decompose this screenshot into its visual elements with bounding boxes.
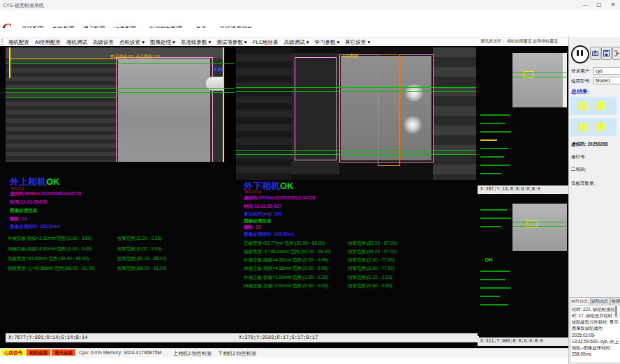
small-top-text-bar-5 (480, 148, 508, 149)
center-barcode-text: 虚拟码:0Ffiline2025020813134728 (244, 195, 315, 202)
small-bottom-photo (512, 204, 567, 251)
save-image-button[interactable] (601, 47, 612, 60)
left-alarm-3: 报警范围:(81.00 - 85.00) (117, 256, 166, 262)
small-bottom-text-bar-6 (480, 287, 511, 289)
center-measurement-2: 隔膜宽度-下=95.24mm 范围:(93.00 - 98.00) (244, 249, 331, 255)
virtual-code-label: 虚拟码: 20250208 (571, 142, 607, 148)
small-bottom-text-bar-1 (480, 209, 507, 211)
heartbeat-badge: 心跳信号 (1, 349, 25, 356)
small-top-coord-bar: X:267;Y:13;R:0;G:0;B:0 (478, 185, 570, 194)
tool-spot-check[interactable]: 点检设置 ▾ (117, 39, 147, 46)
center-machinery-right (433, 47, 476, 180)
model-field[interactable]: Model1 (593, 77, 620, 84)
small-top-camera-view[interactable] (478, 47, 567, 185)
total-result-label: 总结果: (571, 88, 590, 96)
camera-icon (592, 50, 598, 56)
tool-image-processing[interactable]: 图像处理 ▾ (147, 39, 178, 46)
tool-camera-debug[interactable]: 相机调试 (64, 39, 90, 46)
center-elapsed-text: 图像处理耗时: 143.00ms (244, 232, 294, 238)
left-camera-image[interactable]: 静态阈值:93, 动态阈值:100 2.88 (6, 47, 235, 162)
small-top-green-line-2 (512, 77, 567, 77)
left-green-line-3 (6, 92, 235, 93)
center-alarm-3: 报警范围:(2.00 - 77.00) (348, 257, 394, 264)
comm-send-zone-label: 通讯发送区： 相机拍照覆盖 故障停机覆盖 (480, 38, 567, 45)
menu-bar: C 系统配置 相机配置 通讯配置 IO手配置 ▾ 光源控制配置 ▾ 查看 ▾ 系… (0, 10, 620, 28)
login-user-label: 登录用户: (571, 68, 591, 75)
log-text-box[interactable]: 耗时: 222, 缺陷检测耗时: 17, 缺陷合并耗时: 0, 缺陷提取分区耗时… (570, 305, 620, 363)
left-yellow-hline (9, 59, 118, 59)
small-bottom-green-line-2 (512, 226, 567, 227)
left-coord-bar: X:7677;Y:891;R:14;G:14;B:14 (6, 333, 237, 342)
log-scrollbar[interactable] (615, 306, 617, 316)
logout-button[interactable] (612, 47, 620, 60)
center-alarm-6: 报警范围:(0.60 - 4.00) (348, 283, 392, 289)
left-right-black (223, 47, 235, 162)
center-alarm-2: 报警范围:(94.00 - 97.00) (348, 249, 397, 255)
small-top-white-edge (563, 53, 567, 107)
small-bottom-text-bar-3 (480, 226, 501, 227)
center-alarm-5: 报警范围:(1.10 - 2.10) (348, 275, 392, 281)
small-bottom-text-bar-7 (480, 296, 500, 297)
center-measurement-1: 正极宽度=83.77mm 范围:(82.00 - 88.00) (244, 241, 325, 247)
small-bottom-text-bar-4 (480, 271, 510, 272)
tool-ai-config[interactable]: AI使用配置 (32, 39, 64, 46)
small-top-green-line-1 (512, 73, 567, 73)
center-camera-image[interactable]: AI拉码数 (236, 47, 476, 180)
title-bar: CYS-视觉检测系统 — ▢ ✕ (0, 0, 620, 10)
tool-advanced-settings[interactable]: 高级设置 (90, 39, 117, 46)
capture-image-button[interactable] (590, 47, 600, 60)
login-user-field[interactable]: cys (593, 67, 620, 75)
left-alarm-1: 报警范围:(2.20 - 3.20) (117, 236, 161, 242)
left-camera-name: 外上相机 (10, 176, 46, 187)
left-alarm-2: 报警范围:(0.00 - 8.00) (117, 246, 161, 252)
small-bottom-green-line-1 (512, 222, 567, 222)
left-roi-rect (116, 57, 213, 162)
small-bottom-ok-label: OK (485, 257, 493, 263)
maximize-button[interactable]: ▢ (592, 0, 606, 9)
tool-test-params[interactable]: 测试项参数 ▾ (214, 39, 249, 46)
pause-icon (577, 50, 579, 56)
center-alarm-1: 报警范围:(83.00 - 87.00) (348, 241, 397, 247)
small-bottom-text-bar-8 (480, 304, 508, 305)
left-yellow-line-right (223, 47, 224, 162)
bottom-camera-status: 下相机1:拍照检测 (218, 350, 256, 357)
tool-baseline-params[interactable]: 基准线参数 ▾ (178, 39, 214, 46)
small-top-text-bar-7 (480, 165, 510, 166)
left-blue-value: 2.88 (214, 67, 223, 72)
small-bottom-camera-view[interactable]: OK (478, 195, 567, 336)
center-green-line-3 (236, 150, 476, 151)
center-green-line-4 (236, 154, 476, 155)
tool-advanced-debug[interactable]: 高级调试 ▾ (281, 39, 312, 46)
left-measurement-2: 内侧负极-隔膜=4.60mm 范围:(3.00 - 6.00) (8, 246, 91, 252)
small-top-yellow-marker (524, 71, 533, 78)
left-turns-text: 圈数: 13 (10, 216, 27, 222)
tool-learning-params[interactable]: 学习参数 ▾ (311, 39, 342, 46)
close-button[interactable]: ✕ (606, 0, 620, 9)
small-top-text-bar-6 (480, 156, 504, 158)
center-green-line-1 (236, 87, 476, 88)
center-algo-text: 算法耗时(ms): 166 (244, 211, 282, 218)
center-measurement-4: 内侧正极-隔膜=4.38mm 范围:(0.00 - 9.00) (244, 266, 327, 272)
small-bottom-text-bar-2 (480, 218, 511, 219)
left-green-line-1 (6, 63, 235, 64)
pin-number-label: 卷针号: (571, 154, 586, 160)
small-top-text-bar-4 (480, 139, 497, 141)
left-measurement-3: 负极宽度=83.05mm 范围:(80.00 - 86.00) (8, 256, 89, 262)
tool-plc-address[interactable]: PLC地址表 (250, 39, 281, 46)
small-top-text-bar-2 (480, 123, 505, 124)
center-machinery-left (236, 47, 292, 180)
left-done-text: 图像处理完成 (10, 208, 37, 214)
pause-button[interactable] (571, 45, 589, 63)
center-coord-bar: X:270;Y:2502;R:17;G:17;B:17 (236, 333, 479, 342)
center-time-text: 时间:13-31-59-627 (244, 204, 281, 210)
logout-arrow-icon (614, 50, 619, 56)
model-label: 使用型号: (571, 78, 591, 84)
center-ai-label: AI拉码数 (342, 53, 359, 59)
left-ok-status: OK (46, 176, 60, 187)
virtual-code-caption: 虚拟码: (571, 142, 586, 146)
minimize-button[interactable]: — (578, 0, 592, 9)
tool-camera-config[interactable]: 相机配置 (6, 39, 32, 46)
left-green-line-2 (6, 88, 235, 89)
tool-other-settings[interactable]: 其它设置 ▾ (342, 39, 373, 46)
left-alarm-4: 报警范围:(89.00 - 91.00) (117, 266, 166, 272)
